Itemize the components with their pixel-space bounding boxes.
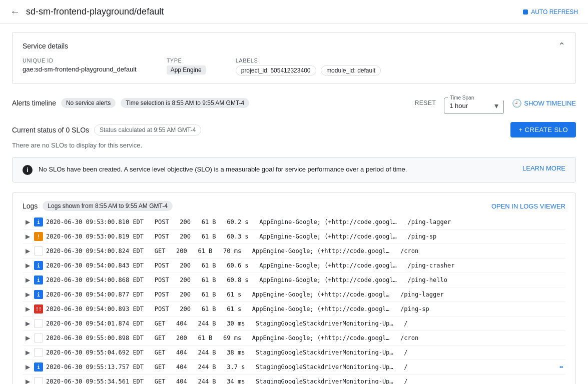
collapse-button[interactable]: ⌃ [558,40,565,52]
log-content: 2020-06-30 09:53:00.819 EDT POST 200 61 … [46,233,563,240]
header-left: ← sd-sm-frontend-playground/default [10,6,164,18]
log-row[interactable]: ▶ 2020-06-30 09:54:00.824 EDT GET 200 61… [23,244,565,258]
show-timeline-label: SHOW TIMELINE [524,100,576,107]
log-row[interactable]: ▶ i 2020-06-30 09:53:00.810 EDT POST 200… [23,215,565,230]
reset-button[interactable]: RESET [415,100,436,106]
auto-refresh[interactable]: AUTO REFRESH [523,8,578,16]
type-label: TYPE [167,58,206,64]
log-level-badge: i [34,218,43,226]
info-banner-content: i No SLOs have been created. A service l… [23,164,516,175]
show-timeline-button[interactable]: 🕘 SHOW TIMELINE [512,98,576,108]
app-header: ← sd-sm-frontend-playground/default AUTO… [0,0,588,24]
slo-section-header: Current status of 0 SLOs Status calculat… [12,122,576,138]
log-content: 2020-06-30 09:55:34.561 EDT GET 404 244 … [46,378,563,384]
log-content: 2020-06-30 09:55:04.692 EDT GET 404 244 … [46,349,563,356]
log-row[interactable]: ▶ i 2020-06-30 09:54:00.843 EDT POST 200… [23,258,565,273]
no-slo-text: There are no SLOs to display for this se… [12,142,576,149]
log-level-badge [34,348,43,357]
log-expand-button[interactable]: ▶ [25,378,31,384]
info-banner: i No SLOs have been created. A service l… [12,157,576,182]
learn-more-button[interactable]: LEARN MORE [522,164,565,172]
unique-id-label: UNIQUE ID [23,58,137,64]
logs-card: Logs Logs shown from 8:55 AM to 9:55 AM … [12,192,576,384]
log-row[interactable]: ▶ i 2020-06-30 09:55:13.757 EDT GET 404 … [23,360,565,374]
labels-list: project_id: 505412323400 module_id: defa… [236,66,384,76]
log-content: 2020-06-30 09:54:00.824 EDT GET 200 61 B… [46,248,563,254]
log-content: 2020-06-30 09:54:00.843 EDT POST 200 61 … [46,262,563,269]
log-content: 2020-06-30 09:55:00.898 EDT GET 200 61 B… [46,334,563,342]
slo-left: Current status of 0 SLOs Status calculat… [12,124,201,136]
log-expand-button[interactable]: ▶ [25,218,31,226]
log-level-badge [34,334,43,342]
alerts-right: RESET Time Span 1 hour ▾ 🕘 SHOW TIMELINE [415,92,576,114]
log-expand-button[interactable]: ▶ [25,276,31,284]
alerts-left: Alerts timeline No service alerts Time s… [12,98,249,108]
unique-id-group: UNIQUE ID gae:sd-sm-frontend-playground_… [23,58,137,76]
type-group: TYPE App Engine [167,58,206,76]
log-expand-button[interactable]: ▶ [25,262,31,269]
time-selection-badge: Time selection is 8:55 AM to 9:55 AM GMT… [121,98,249,108]
service-details-title: Service details [23,42,68,50]
log-row[interactable]: ▶ i 2020-06-30 09:54:00.868 EDT POST 200… [23,273,565,288]
slo-status-badge: Status calculated at 9:55 AM GMT-4 [94,124,201,136]
service-details-card: Service details ⌃ UNIQUE ID gae:sd-sm-fr… [12,32,576,84]
log-level-badge: i [34,261,43,270]
auto-refresh-icon [523,10,528,14]
logs-header: Logs Logs shown from 8:55 AM to 9:55 AM … [23,201,565,211]
label-tag-2: module_id: default [321,66,381,76]
timeline-icon: 🕘 [512,98,522,108]
chevron-down-icon: ▾ [494,101,498,110]
logs-time-badge: Logs shown from 8:55 AM to 9:55 AM GMT-4 [43,201,172,211]
log-expand-button[interactable]: ▶ [25,349,31,356]
info-banner-text: No SLOs have been created. A service lev… [39,164,407,174]
log-content: 2020-06-30 09:54:00.893 EDT POST 200 61 … [46,306,563,312]
logs-title: Logs [23,202,38,210]
log-level-badge: i [34,276,43,284]
back-button[interactable]: ← [10,6,20,18]
labels-group: LABELS project_id: 505412323400 module_i… [236,58,384,76]
unique-id-value: gae:sd-sm-frontend-playground_default [23,66,137,73]
log-content: 2020-06-30 09:54:00.868 EDT POST 200 61 … [46,276,563,284]
alerts-row: Alerts timeline No service alerts Time s… [12,92,576,114]
log-expand-button[interactable]: ▶ [25,248,31,254]
create-slo-button[interactable]: + CREATE SLO [510,122,576,138]
log-expand-button[interactable]: ▶ [25,291,31,298]
log-level-badge: ! [34,232,43,241]
log-level-badge [34,319,43,328]
slo-title: Current status of 0 SLOs [12,126,89,134]
log-row[interactable]: ▶ 2020-06-30 09:55:04.692 EDT GET 404 24… [23,346,565,360]
log-expand-button[interactable]: ▶ [25,320,31,327]
log-level-badge [34,246,43,256]
log-content: 2020-06-30 09:55:13.757 EDT GET 404 244 … [46,364,554,370]
log-expand-button[interactable]: ▶ [25,233,31,240]
log-expand-button[interactable]: ▶ [25,306,31,312]
log-expand-button[interactable]: ▶ [25,364,31,370]
time-span-value: 1 hour [449,102,490,110]
no-alerts-badge: No service alerts [61,98,116,108]
log-content: 2020-06-30 09:53:00.810 EDT POST 200 61 … [46,218,563,226]
log-row[interactable]: ▶ ! 2020-06-30 09:53:00.819 EDT POST 200… [23,230,565,244]
main-content: Service details ⌃ UNIQUE ID gae:sd-sm-fr… [0,24,588,384]
log-row[interactable]: ▶ 2020-06-30 09:55:34.561 EDT GET 404 24… [23,374,565,384]
time-span-label: Time Span [448,95,504,100]
logs-left: Logs Logs shown from 8:55 AM to 9:55 AM … [23,201,173,211]
external-link-icon[interactable]: ⬌ [559,363,563,371]
label-tag-1: project_id: 505412323400 [236,66,316,76]
log-content: 2020-06-30 09:54:00.877 EDT POST 200 61 … [46,291,563,298]
log-row[interactable]: ▶ 2020-06-30 09:55:00.898 EDT GET 200 61… [23,331,565,346]
log-row[interactable]: ▶ i 2020-06-30 09:54:00.877 EDT POST 200… [23,288,565,302]
open-logs-button[interactable]: OPEN IN LOGS VIEWER [491,202,565,210]
log-level-badge: !! [34,304,43,314]
log-level-badge [34,377,43,384]
service-details-row: UNIQUE ID gae:sd-sm-frontend-playground_… [23,58,565,76]
auto-refresh-label: AUTO REFRESH [531,8,578,16]
type-value: App Engine [167,66,206,74]
time-span-group: Time Span 1 hour ▾ [444,92,504,114]
log-level-badge: i [34,362,43,372]
log-expand-button[interactable]: ▶ [25,334,31,342]
log-row[interactable]: ▶ 2020-06-30 09:54:01.874 EDT GET 404 24… [23,316,565,331]
alerts-title: Alerts timeline [12,99,56,107]
page-title: sd-sm-frontend-playground/default [26,6,164,17]
card-header: Service details ⌃ [23,40,565,52]
log-row[interactable]: ▶ !! 2020-06-30 09:54:00.893 EDT POST 20… [23,302,565,316]
